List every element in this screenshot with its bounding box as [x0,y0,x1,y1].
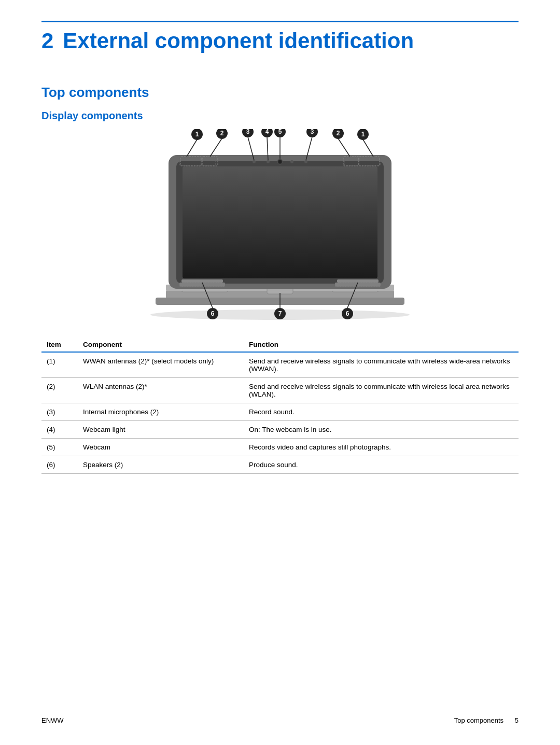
svg-text:2: 2 [337,130,340,137]
svg-text:5: 5 [278,129,282,135]
svg-point-29 [304,160,307,163]
svg-line-37 [363,139,373,157]
svg-line-40 [210,138,222,157]
table-row: (6) Speakers (2) Produce sound. [41,456,519,474]
page-footer: ENWW Top components 5 [41,716,519,724]
cell-function: Record sound. [244,403,519,421]
svg-text:7: 7 [278,310,282,317]
display-components-heading: Display components [41,110,519,122]
svg-rect-17 [183,166,377,278]
svg-line-34 [187,139,197,157]
table-row: (3) Internal microphones (2) Record soun… [41,403,519,421]
svg-text:3: 3 [246,129,250,135]
cell-component: Internal microphones (2) [78,403,244,421]
diagram-area: 1 1 2 2 3 3 [41,129,519,321]
table-header-component: Component [78,336,244,352]
table-row: (4) Webcam light On: The webcam is in us… [41,421,519,439]
chapter-number: 2 [41,29,53,53]
svg-line-43 [338,138,350,157]
cell-function: Send and receive wireless signals to com… [244,378,519,403]
svg-point-28 [290,160,293,163]
cell-function: Produce sound. [244,456,519,474]
footer-section-label: Top components [454,716,503,724]
svg-text:6: 6 [346,310,349,317]
cell-function: Send and receive wireless signals to com… [244,352,519,378]
svg-text:2: 2 [220,130,224,137]
components-table: Item Component Function (1) WWAN antenna… [41,336,519,474]
page: 2 External component identification Top … [0,0,560,745]
chapter-title-bar: 2 External component identification [41,21,519,53]
table-row: (1) WWAN antennas (2)* (select models on… [41,352,519,378]
cell-item: (2) [41,378,78,403]
top-components-heading: Top components [41,85,519,101]
cell-component: Speakers (2) [78,456,244,474]
svg-text:3: 3 [311,129,314,135]
table-header-item: Item [41,336,78,352]
svg-point-24 [253,160,256,163]
footer-page-number: 5 [515,716,519,724]
svg-point-27 [278,160,282,163]
table-header-function: Function [244,336,519,352]
svg-text:6: 6 [211,310,215,317]
cell-item: (5) [41,439,78,456]
cell-item: (6) [41,456,78,474]
laptop-diagram: 1 1 2 2 3 3 [135,129,425,321]
svg-text:4: 4 [265,129,269,135]
cell-item: (1) [41,352,78,378]
svg-text:1: 1 [361,131,365,138]
cell-function: On: The webcam is in use. [244,421,519,439]
cell-component: WWAN antennas (2)* (select models only) [78,352,244,378]
table-row: (2) WLAN antennas (2)* Send and receive … [41,378,519,403]
svg-point-25 [267,160,270,163]
footer-right: Top components 5 [454,716,519,724]
cell-item: (3) [41,403,78,421]
chapter-title: External component identification [63,29,414,53]
cell-component: WLAN antennas (2)* [78,378,244,403]
cell-component: Webcam light [78,421,244,439]
cell-component: Webcam [78,439,244,456]
table-row: (5) Webcam Records video and captures st… [41,439,519,456]
svg-rect-31 [181,279,223,283]
svg-rect-33 [337,279,379,283]
svg-text:1: 1 [195,131,199,138]
footer-enww: ENWW [41,716,64,724]
cell-function: Records video and captures still photogr… [244,439,519,456]
cell-item: (4) [41,421,78,439]
